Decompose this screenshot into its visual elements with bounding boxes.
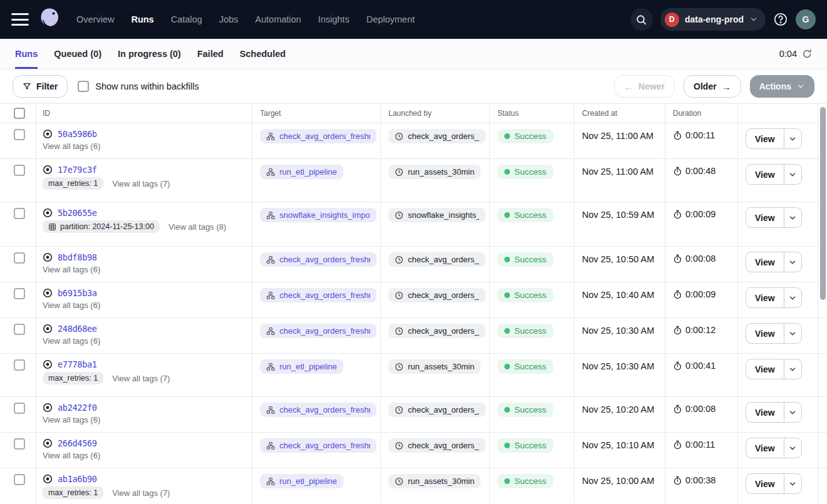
- launched-by-pill[interactable]: run_assets_30min: [388, 165, 481, 179]
- row-checkbox[interactable]: [14, 288, 25, 299]
- view-dropdown-button[interactable]: [784, 324, 801, 343]
- target-pill[interactable]: check_avg_orders_freshne: [260, 403, 377, 417]
- run-id-link[interactable]: b6915b3a: [58, 288, 97, 298]
- run-id-link[interactable]: 17e79c3f: [58, 165, 97, 175]
- run-tag-pill[interactable]: partition: 2024-11-25-13:00: [43, 220, 160, 233]
- help-icon[interactable]: [773, 12, 788, 27]
- view-dropdown-button[interactable]: [784, 165, 801, 184]
- nav-catalog[interactable]: Catalog: [171, 14, 202, 24]
- tab-failed[interactable]: Failed: [197, 39, 224, 69]
- run-id-link[interactable]: 266d4569: [58, 438, 97, 448]
- view-all-tags-link[interactable]: View all tags (6): [43, 301, 100, 310]
- nav-runs[interactable]: Runs: [131, 14, 153, 24]
- view-dropdown-button[interactable]: [784, 359, 801, 379]
- view-all-tags-link[interactable]: View all tags (6): [43, 141, 100, 151]
- row-checkbox[interactable]: [14, 165, 25, 176]
- run-tag-pill[interactable]: max_retries: 1: [43, 177, 103, 190]
- view-all-tags-link[interactable]: View all tags (8): [169, 222, 226, 232]
- launched-by-pill[interactable]: check_avg_orders_f…: [388, 288, 486, 302]
- run-tag-pill[interactable]: max_retries: 1: [43, 372, 103, 384]
- search-icon[interactable]: [630, 8, 653, 31]
- backfills-checkbox[interactable]: [78, 81, 89, 92]
- newer-button[interactable]: ← Newer: [614, 75, 675, 98]
- target-pill[interactable]: check_avg_orders_freshne: [260, 324, 377, 338]
- view-button[interactable]: View: [746, 165, 784, 184]
- view-button[interactable]: View: [746, 288, 784, 307]
- target-pill[interactable]: check_avg_orders_freshne: [260, 288, 377, 302]
- row-checkbox[interactable]: [14, 252, 25, 264]
- menu-icon[interactable]: [11, 13, 29, 26]
- view-dropdown-button[interactable]: [784, 208, 801, 227]
- scrollbar-thumb[interactable]: [820, 107, 826, 300]
- run-id-link[interactable]: 50a5986b: [58, 129, 97, 139]
- run-id-link[interactable]: ab2422f0: [58, 403, 97, 413]
- launched-by-pill[interactable]: check_avg_orders_f…: [388, 324, 486, 338]
- run-id-link[interactable]: 248d68ee: [58, 324, 97, 334]
- row-checkbox[interactable]: [14, 208, 25, 219]
- view-button[interactable]: View: [746, 252, 784, 272]
- launched-by-pill[interactable]: run_assets_30min: [388, 359, 481, 374]
- view-dropdown-button[interactable]: [784, 129, 801, 148]
- older-button[interactable]: Older →: [684, 75, 741, 98]
- tab-queued[interactable]: Queued (0): [54, 39, 101, 69]
- nav-jobs[interactable]: Jobs: [219, 14, 239, 24]
- view-all-tags-link[interactable]: View all tags (6): [43, 265, 100, 274]
- deployment-switcher[interactable]: D data-eng-prod: [660, 8, 766, 31]
- view-button[interactable]: View: [746, 474, 784, 493]
- row-checkbox[interactable]: [14, 474, 25, 485]
- tab-scheduled[interactable]: Scheduled: [240, 39, 286, 69]
- view-all-tags-link[interactable]: View all tags (7): [112, 488, 170, 498]
- run-id-link[interactable]: 5b20655e: [58, 208, 97, 218]
- run-id-link[interactable]: ab1a6b90: [58, 474, 97, 484]
- nav-deployment[interactable]: Deployment: [367, 14, 415, 24]
- user-avatar[interactable]: G: [796, 9, 816, 29]
- view-dropdown-button[interactable]: [784, 403, 801, 422]
- run-tag-pill[interactable]: max_retries: 1: [43, 486, 103, 499]
- view-all-tags-link[interactable]: View all tags (7): [112, 374, 170, 383]
- tab-in-progress[interactable]: In progress (0): [118, 39, 181, 69]
- run-id-link[interactable]: e7778ba1: [58, 359, 97, 369]
- run-id-link[interactable]: 8bdf8b98: [58, 252, 97, 262]
- view-dropdown-button[interactable]: [784, 438, 801, 458]
- launched-by-pill[interactable]: check_avg_orders_f…: [388, 252, 486, 267]
- actions-button[interactable]: Actions: [750, 75, 814, 98]
- row-checkbox[interactable]: [14, 403, 25, 414]
- view-dropdown-button[interactable]: [784, 288, 801, 307]
- nav-overview[interactable]: Overview: [76, 14, 114, 24]
- row-checkbox[interactable]: [14, 324, 25, 335]
- scrollbar[interactable]: [819, 105, 826, 502]
- launched-by-pill[interactable]: check_avg_orders_f…: [388, 438, 486, 453]
- target-pill[interactable]: run_etl_pipeline: [260, 359, 343, 374]
- view-button[interactable]: View: [746, 208, 784, 227]
- view-button[interactable]: View: [746, 324, 784, 343]
- tab-runs[interactable]: Runs: [15, 39, 38, 69]
- view-all-tags-link[interactable]: View all tags (7): [112, 179, 170, 188]
- dagster-logo-icon[interactable]: [38, 6, 63, 33]
- nav-automation[interactable]: Automation: [255, 14, 301, 24]
- filter-button[interactable]: Filter: [13, 75, 68, 98]
- view-button[interactable]: View: [746, 129, 784, 148]
- target-pill[interactable]: run_etl_pipeline: [260, 165, 343, 179]
- row-checkbox[interactable]: [14, 438, 25, 450]
- launched-by-pill[interactable]: snowflake_insights_…: [388, 208, 486, 222]
- launched-by-pill[interactable]: check_avg_orders_f…: [388, 403, 486, 417]
- target-pill[interactable]: run_etl_pipeline: [260, 474, 343, 488]
- row-checkbox[interactable]: [14, 129, 25, 140]
- target-pill[interactable]: snowflake_insights_import: [260, 208, 377, 222]
- target-pill[interactable]: check_avg_orders_freshne: [260, 438, 377, 453]
- launched-by-pill[interactable]: run_assets_30min: [388, 474, 481, 488]
- view-all-tags-link[interactable]: View all tags (6): [43, 451, 100, 460]
- view-button[interactable]: View: [746, 438, 784, 458]
- row-checkbox[interactable]: [14, 359, 25, 371]
- launched-by-pill[interactable]: check_avg_orders_f…: [388, 129, 486, 143]
- view-all-tags-link[interactable]: View all tags (6): [43, 336, 100, 346]
- select-all-checkbox[interactable]: [14, 108, 25, 119]
- target-pill[interactable]: check_avg_orders_freshne: [260, 129, 377, 143]
- refresh-icon[interactable]: [802, 49, 812, 59]
- target-pill[interactable]: check_avg_orders_freshne: [260, 252, 377, 267]
- nav-insights[interactable]: Insights: [318, 14, 350, 24]
- view-button[interactable]: View: [746, 359, 784, 379]
- view-dropdown-button[interactable]: [784, 474, 801, 493]
- view-dropdown-button[interactable]: [784, 252, 801, 272]
- view-button[interactable]: View: [746, 403, 784, 422]
